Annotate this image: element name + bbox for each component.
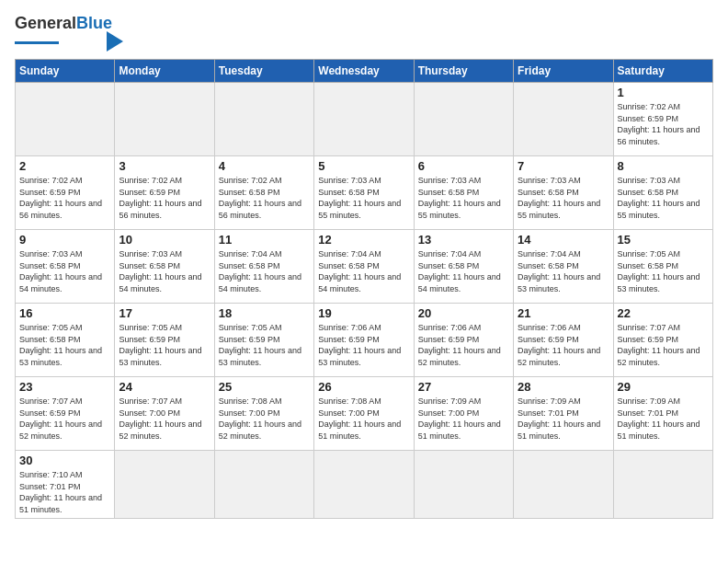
calendar-cell: 27Sunrise: 7:09 AM Sunset: 7:00 PM Dayli… [414,377,513,451]
day-info: Sunrise: 7:06 AM Sunset: 6:59 PM Dayligh… [418,322,509,368]
day-number: 15 [618,233,709,247]
calendar-cell: 12Sunrise: 7:04 AM Sunset: 6:58 PM Dayli… [314,230,414,304]
calendar-cell: 9Sunrise: 7:03 AM Sunset: 6:58 PM Daylig… [16,230,115,304]
day-number: 6 [418,159,509,173]
day-number: 3 [119,159,210,173]
weekday-header-sunday: Sunday [16,60,115,83]
day-number: 13 [418,233,509,247]
weekday-header-thursday: Thursday [414,60,513,83]
day-number: 4 [219,159,310,173]
day-number: 12 [318,233,409,247]
weekday-header-wednesday: Wednesday [314,60,414,83]
day-info: Sunrise: 7:07 AM Sunset: 7:00 PM Dayligh… [119,396,210,442]
day-info: Sunrise: 7:03 AM Sunset: 6:58 PM Dayligh… [618,175,709,221]
day-info: Sunrise: 7:03 AM Sunset: 6:58 PM Dayligh… [318,175,409,221]
calendar-cell: 11Sunrise: 7:04 AM Sunset: 6:58 PM Dayli… [214,230,313,304]
calendar-cell: 15Sunrise: 7:05 AM Sunset: 6:58 PM Dayli… [613,230,712,304]
calendar-cell: 16Sunrise: 7:05 AM Sunset: 6:58 PM Dayli… [16,304,115,377]
day-info: Sunrise: 7:02 AM Sunset: 6:59 PM Dayligh… [19,175,110,221]
day-info: Sunrise: 7:05 AM Sunset: 6:58 PM Dayligh… [19,322,110,368]
calendar-cell [115,83,214,156]
calendar-cell: 5Sunrise: 7:03 AM Sunset: 6:58 PM Daylig… [314,156,414,230]
logo-icon [107,31,123,52]
calendar-cell: 3Sunrise: 7:02 AM Sunset: 6:59 PM Daylig… [115,156,214,230]
calendar-cell: 6Sunrise: 7:03 AM Sunset: 6:58 PM Daylig… [414,156,513,230]
day-number: 20 [418,306,509,320]
day-info: Sunrise: 7:04 AM Sunset: 6:58 PM Dayligh… [318,248,409,294]
calendar-cell [514,451,613,519]
day-info: Sunrise: 7:02 AM Sunset: 6:58 PM Dayligh… [219,175,310,221]
calendar-cell [314,83,414,156]
calendar-cell: 4Sunrise: 7:02 AM Sunset: 6:58 PM Daylig… [214,156,313,230]
day-info: Sunrise: 7:06 AM Sunset: 6:59 PM Dayligh… [518,322,609,368]
calendar-cell: 2Sunrise: 7:02 AM Sunset: 6:59 PM Daylig… [16,156,115,230]
day-number: 7 [518,159,609,173]
day-number: 25 [219,380,310,394]
calendar-cell: 23Sunrise: 7:07 AM Sunset: 6:59 PM Dayli… [16,377,115,451]
day-info: Sunrise: 7:03 AM Sunset: 6:58 PM Dayligh… [119,248,210,294]
calendar-cell [414,451,513,519]
day-number: 19 [318,306,409,320]
calendar-cell: 25Sunrise: 7:08 AM Sunset: 7:00 PM Dayli… [214,377,313,451]
day-number: 29 [618,380,709,394]
day-info: Sunrise: 7:09 AM Sunset: 7:01 PM Dayligh… [618,396,709,442]
day-number: 2 [19,159,110,173]
day-info: Sunrise: 7:08 AM Sunset: 7:00 PM Dayligh… [219,396,310,442]
day-info: Sunrise: 7:02 AM Sunset: 6:59 PM Dayligh… [119,175,210,221]
day-info: Sunrise: 7:04 AM Sunset: 6:58 PM Dayligh… [518,248,609,294]
calendar-cell: 29Sunrise: 7:09 AM Sunset: 7:01 PM Dayli… [613,377,712,451]
day-number: 21 [518,306,609,320]
weekday-header-tuesday: Tuesday [214,60,313,83]
day-number: 11 [219,233,310,247]
day-info: Sunrise: 7:05 AM Sunset: 6:59 PM Dayligh… [119,322,210,368]
day-info: Sunrise: 7:08 AM Sunset: 7:00 PM Dayligh… [318,396,409,442]
logo-blue-text: Blue [76,15,112,31]
day-number: 26 [318,380,409,394]
calendar-cell [314,451,414,519]
day-info: Sunrise: 7:03 AM Sunset: 6:58 PM Dayligh… [418,175,509,221]
day-number: 1 [618,86,709,99]
day-info: Sunrise: 7:03 AM Sunset: 6:58 PM Dayligh… [518,175,609,221]
day-info: Sunrise: 7:07 AM Sunset: 6:59 PM Dayligh… [618,322,709,368]
weekday-header-friday: Friday [514,60,613,83]
calendar-cell: 8Sunrise: 7:03 AM Sunset: 6:58 PM Daylig… [613,156,712,230]
calendar-cell: 10Sunrise: 7:03 AM Sunset: 6:58 PM Dayli… [115,230,214,304]
day-info: Sunrise: 7:09 AM Sunset: 7:00 PM Dayligh… [418,396,509,442]
calendar-cell [214,451,313,519]
calendar-cell: 30Sunrise: 7:10 AM Sunset: 7:01 PM Dayli… [16,451,115,519]
day-info: Sunrise: 7:05 AM Sunset: 6:58 PM Dayligh… [618,248,709,294]
day-number: 28 [518,380,609,394]
calendar-cell: 24Sunrise: 7:07 AM Sunset: 7:00 PM Dayli… [115,377,214,451]
header: General Blue [15,15,713,52]
day-number: 23 [19,380,110,394]
day-number: 18 [219,306,310,320]
day-info: Sunrise: 7:07 AM Sunset: 6:59 PM Dayligh… [19,396,110,442]
day-number: 22 [618,306,709,320]
calendar-cell: 18Sunrise: 7:05 AM Sunset: 6:59 PM Dayli… [214,304,313,377]
day-number: 14 [518,233,609,247]
calendar-cell [514,83,613,156]
weekday-header-saturday: Saturday [613,60,712,83]
day-info: Sunrise: 7:04 AM Sunset: 6:58 PM Dayligh… [219,248,310,294]
calendar-cell [214,83,313,156]
calendar-cell: 13Sunrise: 7:04 AM Sunset: 6:58 PM Dayli… [414,230,513,304]
calendar-cell [16,83,115,156]
weekday-header-monday: Monday [115,60,214,83]
calendar-cell: 1Sunrise: 7:02 AM Sunset: 6:59 PM Daylig… [613,83,712,156]
day-info: Sunrise: 7:05 AM Sunset: 6:59 PM Dayligh… [219,322,310,368]
day-info: Sunrise: 7:04 AM Sunset: 6:58 PM Dayligh… [418,248,509,294]
logo-text: General [15,15,76,31]
day-number: 10 [119,233,210,247]
calendar-cell [414,83,513,156]
day-number: 24 [119,380,210,394]
calendar-cell: 22Sunrise: 7:07 AM Sunset: 6:59 PM Dayli… [613,304,712,377]
day-number: 8 [618,159,709,173]
day-number: 17 [119,306,210,320]
calendar-cell [115,451,214,519]
calendar-cell [613,451,712,519]
calendar-cell: 19Sunrise: 7:06 AM Sunset: 6:59 PM Dayli… [314,304,414,377]
calendar-cell: 14Sunrise: 7:04 AM Sunset: 6:58 PM Dayli… [514,230,613,304]
day-info: Sunrise: 7:09 AM Sunset: 7:01 PM Dayligh… [518,396,609,442]
day-info: Sunrise: 7:02 AM Sunset: 6:59 PM Dayligh… [618,101,709,147]
day-number: 16 [19,306,110,320]
